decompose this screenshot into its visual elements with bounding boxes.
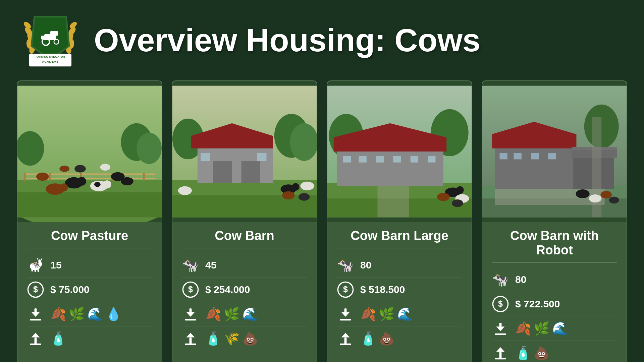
- card-title-barn: Cow Barn: [182, 229, 307, 248]
- svg-text:FARMING SIMULATOR: FARMING SIMULATOR: [36, 55, 65, 58]
- input-icons-barn-robot: 🍂 🌿 🌊: [515, 322, 568, 335]
- svg-rect-83: [185, 319, 196, 321]
- stat-capacity-barn: 🐄 45: [182, 253, 307, 278]
- milk-icon: 🧴: [50, 332, 66, 345]
- svg-rect-48: [35, 269, 36, 272]
- svg-rect-101: [428, 156, 435, 163]
- stat-price-pasture: $ $ 75.000: [27, 278, 152, 302]
- output-icons-barn: 🧴 🌾 💩: [205, 332, 258, 345]
- upload-icon-barn-robot: [492, 344, 509, 362]
- svg-rect-142: [499, 352, 502, 359]
- header: FARMING SIMULATOR ACADEMY Overview Housi…: [0, 0, 644, 77]
- svg-rect-127: [531, 153, 539, 160]
- svg-text:$: $: [188, 285, 193, 294]
- svg-rect-139: [499, 323, 502, 329]
- card-cow-barn: Cow Barn 🐄 45 $ $ 254.000: [172, 80, 317, 362]
- svg-rect-88: [190, 338, 192, 344]
- card-cow-barn-large: Cow Barn Large 🐄 80 $ $ 518.500: [327, 80, 472, 362]
- svg-point-38: [103, 180, 111, 188]
- svg-rect-96: [343, 156, 351, 163]
- svg-point-41: [74, 165, 86, 172]
- svg-text:🐄: 🐄: [32, 261, 40, 269]
- svg-rect-74: [257, 153, 266, 161]
- price-value-barn-large: $ 518.500: [360, 284, 405, 295]
- svg-rect-100: [411, 156, 418, 163]
- output-icons-barn-robot: 🧴 💩: [515, 347, 549, 359]
- card-body-barn-large: Cow Barn Large 🐄 80 $ $ 518.500: [327, 222, 472, 362]
- stat-capacity-barn-large: 🐄 80: [337, 253, 462, 278]
- svg-rect-115: [344, 338, 347, 344]
- svg-rect-71: [213, 161, 232, 183]
- output-icons-barn-large: 🧴 💩: [360, 332, 394, 345]
- cow-icon-barn-robot: 🐄: [492, 271, 509, 288]
- output-icons-pasture: 🧴: [50, 332, 66, 345]
- svg-point-44: [59, 166, 69, 172]
- svg-rect-99: [393, 156, 401, 163]
- svg-point-33: [77, 177, 86, 186]
- svg-point-40: [36, 173, 49, 181]
- cards-container: Cow Pasture: [0, 80, 644, 362]
- svg-rect-107: [378, 186, 409, 217]
- svg-rect-110: [340, 319, 351, 321]
- svg-rect-65: [172, 195, 317, 217]
- svg-rect-25: [49, 173, 51, 181]
- card-title-barn-robot: Cow Barn with Robot: [492, 229, 617, 263]
- svg-rect-94: [337, 152, 443, 186]
- svg-marker-141: [496, 347, 505, 352]
- stat-inputs-barn: 🍂 🌿 🌊: [182, 302, 307, 326]
- stat-capacity-pasture: 🐄 15: [27, 253, 152, 278]
- svg-point-35: [60, 183, 68, 191]
- svg-point-131: [576, 189, 590, 198]
- capacity-value-pasture: 15: [50, 259, 61, 271]
- svg-marker-61: [32, 333, 40, 338]
- cow-icon: 🐄: [27, 256, 44, 274]
- svg-rect-85: [190, 308, 192, 315]
- svg-rect-59: [35, 308, 37, 315]
- stat-outputs-barn-robot: 🧴 💩: [492, 341, 617, 362]
- svg-line-53: [41, 258, 42, 260]
- svg-text:ACADEMY: ACADEMY: [42, 60, 59, 63]
- stat-price-barn-robot: $ $ 722.500: [492, 292, 617, 316]
- svg-rect-24: [24, 173, 26, 181]
- download-icon-barn: [182, 305, 199, 323]
- stat-outputs-barn: 🧴 🌾 💩: [182, 326, 307, 351]
- card-cow-barn-robot: Cow Barn with Robot 🐄 80 $ $ 722.500: [482, 80, 627, 362]
- input-icons-barn: 🍂 🌿 🌊: [205, 308, 258, 320]
- download-icon-barn-large: [337, 305, 354, 323]
- svg-text:$: $: [343, 285, 348, 294]
- price-value-pasture: $ 75.000: [50, 284, 90, 295]
- capacity-value-barn-robot: 80: [515, 274, 526, 285]
- svg-point-132: [589, 194, 601, 202]
- download-icon: [27, 305, 44, 323]
- stat-price-barn-large: $ $ 518.500: [337, 278, 462, 302]
- stat-capacity-barn-robot: 🐄 80: [492, 267, 617, 292]
- upload-icon-barn: [182, 330, 199, 347]
- card-title-pasture: Cow Pasture: [27, 229, 152, 248]
- stat-outputs-pasture: 🧴: [27, 326, 152, 351]
- upload-icon-barn-large: [337, 330, 354, 347]
- svg-point-30: [137, 133, 162, 164]
- card-title-barn-large: Cow Barn Large: [337, 229, 462, 248]
- stat-inputs-pasture: 🍂 🌿 🌊 💧: [27, 302, 152, 326]
- svg-point-103: [456, 186, 464, 194]
- card-body-barn: Cow Barn 🐄 45 $ $ 254.000: [172, 222, 317, 362]
- dollar-icon-barn-robot: $: [492, 295, 509, 313]
- svg-marker-87: [186, 333, 195, 338]
- svg-rect-11: [50, 31, 58, 36]
- svg-rect-98: [376, 156, 384, 163]
- svg-rect-112: [344, 308, 347, 315]
- card-image-pasture: [17, 81, 162, 222]
- svg-point-105: [437, 193, 449, 201]
- svg-point-76: [292, 183, 299, 190]
- card-image-barn: [172, 81, 317, 222]
- dollar-icon: $: [27, 281, 44, 298]
- card-image-barn-large: [327, 81, 472, 222]
- card-body-pasture: Cow Pasture: [17, 222, 162, 362]
- svg-text:$: $: [33, 285, 38, 294]
- upload-icon: [27, 330, 44, 347]
- svg-rect-128: [548, 153, 556, 160]
- svg-point-77: [300, 182, 314, 190]
- input-icons-barn-large: 🍂 🌿 🌊: [360, 308, 413, 320]
- svg-line-52: [38, 258, 38, 260]
- svg-rect-73: [201, 153, 210, 161]
